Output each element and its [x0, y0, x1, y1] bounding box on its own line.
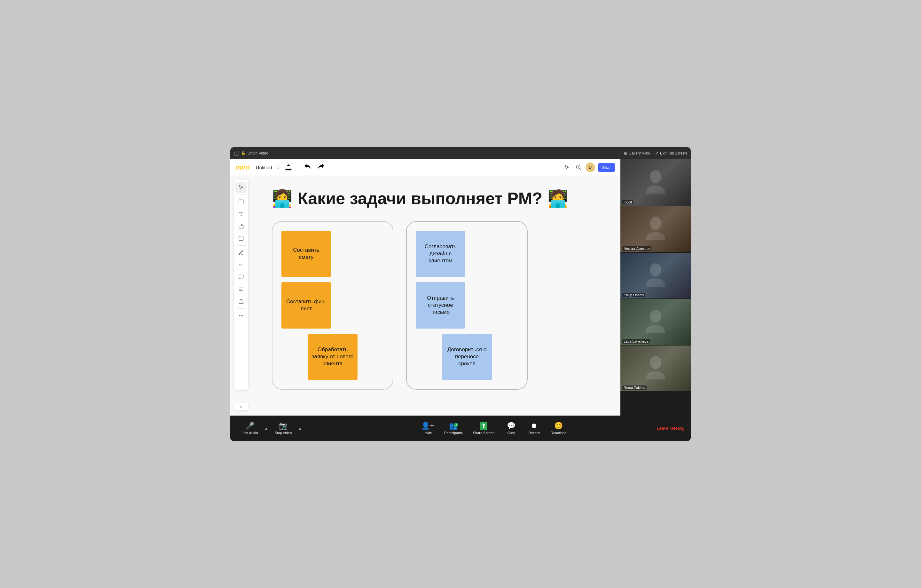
participants-btn[interactable]: 👥 7 Participants: [439, 420, 467, 437]
video-tile[interactable]: 🎤 Lada Latysheva: [620, 298, 691, 345]
audio-caret[interactable]: ▲: [263, 426, 270, 431]
share-icon[interactable]: [284, 163, 293, 172]
participant-name: Renat Zakirov: [622, 386, 647, 390]
stop-video-btn[interactable]: 📷 Stop Video: [270, 420, 297, 437]
boards-row: Составить смету Составить фич-лист Обраб…: [272, 221, 601, 390]
board-content: 👩‍💻 Какие задачи выполняет PM? 🧑‍💻 Соста…: [230, 176, 620, 415]
sticky-note[interactable]: Договориться о переносе сроков: [442, 334, 492, 380]
cursor-btn[interactable]: [563, 163, 571, 172]
emoji-left: 👩‍💻: [272, 189, 293, 208]
board-title-row: 👩‍💻 Какие задачи выполняет PM? 🧑‍💻: [272, 189, 601, 208]
audio-group: 🎤 Join Audio ▲: [237, 420, 270, 437]
video-group: 📷 Stop Video ▲: [270, 420, 303, 437]
zoom-topbar: ℹ 🔒 Unpin Video ⊞ Gallery View ⤢ Exit Fu…: [230, 147, 691, 159]
video-caret[interactable]: ▲: [297, 426, 303, 431]
chat-btn[interactable]: 💬 Chat: [500, 420, 522, 437]
reactions-icon: 😊: [554, 422, 563, 430]
audio-icon: 🎤: [246, 422, 254, 430]
svg-point-4: [650, 217, 661, 230]
video-tile[interactable]: 🎤 Никита Дмитров: [620, 206, 691, 252]
participant-name: Никита Дмитров: [622, 246, 651, 251]
share-screen-icon: ⬆: [480, 422, 487, 430]
blue-bottom-row: Договориться о переносе сроков: [416, 334, 518, 380]
svg-point-6: [650, 309, 661, 323]
canvas-area[interactable]: ••• 👩‍💻 Какие задачи выполняет PM? 🧑‍💻: [230, 176, 620, 415]
svg-point-7: [650, 356, 661, 369]
sticky-note[interactable]: Составить фич-лист: [282, 282, 331, 329]
grid-icon: ⊞: [624, 151, 627, 155]
bottom-controls: 👤+ Invite 👥 7 Participants ⬆ Share Scree…: [303, 420, 684, 437]
participant-name: ingolf: [622, 200, 633, 204]
video-icon: 📷: [279, 422, 288, 430]
invite-btn[interactable]: 👤+ Invite: [416, 420, 439, 437]
orange-bottom-row: Обработать заявку от нового клиента: [282, 334, 384, 380]
leave-meeting-btn[interactable]: Leave Meeting: [657, 426, 684, 431]
unpin-label[interactable]: Unpin Video: [247, 151, 268, 155]
miro-toolbar: miro Untitled ☆: [230, 159, 620, 176]
participants-icon-wrap: 👥 7: [449, 422, 457, 430]
avatar: U: [586, 163, 595, 172]
redo-btn[interactable]: [316, 163, 325, 172]
emoji-right: 🧑‍💻: [547, 189, 568, 208]
zoom-window: ℹ 🔒 Unpin Video ⊞ Gallery View ⤢ Exit Fu…: [230, 147, 691, 441]
participant-name: Philip Ossobl: [622, 293, 645, 297]
video-tile[interactable]: 🎤 Philip Ossobl: [620, 252, 691, 298]
invite-icon: 👤+: [421, 422, 434, 430]
sticky-note[interactable]: Отправить статусное письмо: [416, 282, 465, 329]
reactions-btn[interactable]: 😊 Reactions: [545, 420, 571, 437]
undo-btn[interactable]: [303, 163, 312, 172]
exit-fullscreen-btn[interactable]: ⤢ Exit Full Screen: [655, 151, 687, 155]
lock-icon: 🔒: [241, 151, 246, 155]
fullscreen-icon: ⤢: [655, 151, 659, 155]
miro-title: Untitled: [256, 165, 272, 170]
whiteboard-container: miro Untitled ☆: [230, 159, 620, 415]
miro-logo: miro: [235, 163, 249, 171]
sticky-note[interactable]: Согласовать дизайн с клиентом: [416, 231, 465, 277]
record-icon: ⏺: [530, 422, 538, 430]
toolbar-separator: [298, 163, 298, 171]
topbar-right: ⊞ Gallery View ⤢ Exit Full Screen: [624, 151, 687, 155]
chat-icon: 💬: [507, 422, 516, 430]
participant-name: Lada Latysheva: [622, 339, 650, 344]
board-title: Какие задачи выполняет PM?: [298, 189, 542, 208]
share-button[interactable]: Shar: [598, 163, 615, 172]
star-icon[interactable]: ☆: [276, 165, 280, 170]
share-screen-btn[interactable]: ⬆ Share Screen: [468, 420, 500, 437]
main-area: miro Untitled ☆: [230, 159, 691, 415]
sticky-note[interactable]: Составить смету: [282, 231, 331, 277]
expand-btn[interactable]: »: [234, 403, 248, 410]
record-btn[interactable]: ⏺ Record: [522, 420, 545, 437]
sticky-note[interactable]: Обработать заявку от нового клиента: [308, 334, 358, 380]
blue-sticky-group: Согласовать дизайн с клиентом Отправить …: [406, 221, 528, 390]
join-audio-btn[interactable]: 🎤 Join Audio: [237, 420, 263, 437]
info-icon: ℹ: [234, 151, 239, 156]
gallery-view-btn[interactable]: ⊞ Gallery View: [624, 151, 650, 155]
zoom-fit-btn[interactable]: [574, 163, 583, 172]
toolbar-right: U Shar: [563, 163, 615, 172]
topbar-left: ℹ 🔒 Unpin Video: [234, 151, 268, 156]
orange-sticky-group: Составить смету Составить фич-лист Обраб…: [272, 221, 393, 390]
video-tile[interactable]: 🎤 Renat Zakirov: [620, 345, 691, 391]
svg-point-5: [650, 263, 661, 276]
bottom-bar: 🎤 Join Audio ▲ 📷 Stop Video ▲ 👤+ Invite …: [230, 415, 691, 441]
svg-point-3: [650, 170, 661, 183]
video-tile[interactable]: ingolf: [620, 159, 691, 206]
video-sidebar: ingolf 🎤 Никита Дмитров 🎤 Philip Ossobl: [620, 159, 691, 415]
